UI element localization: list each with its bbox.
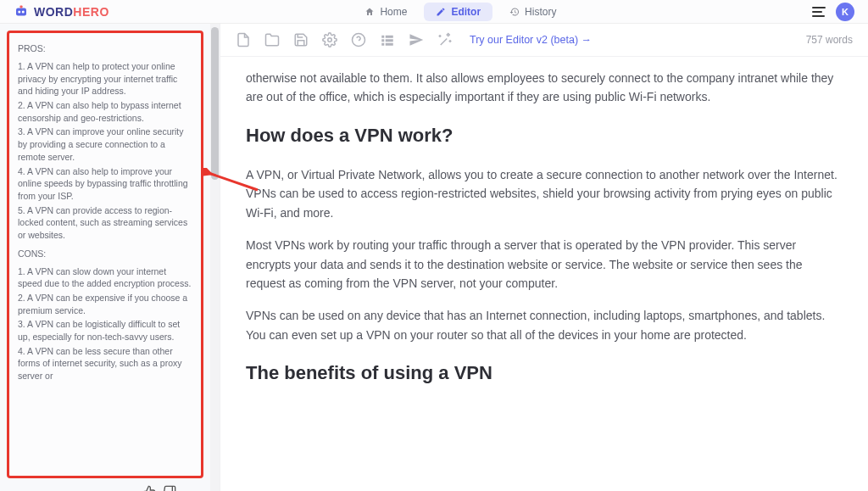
article-heading: How does a VPN work?: [246, 120, 843, 150]
list-item: 5. A VPN can provide access to region-lo…: [18, 204, 192, 242]
article-paragraph: VPNs can be used on any device that has …: [246, 306, 843, 344]
list-icon[interactable]: [380, 32, 395, 47]
brand-word: WORD: [34, 5, 73, 19]
svg-point-6: [328, 38, 332, 42]
feedback-buttons: [7, 485, 203, 491]
send-icon[interactable]: [409, 32, 424, 47]
list-item: 4. A VPN can be less secure than other f…: [18, 345, 192, 382]
thumbs-down-icon[interactable]: [163, 485, 176, 491]
word-count: 757 words: [806, 34, 853, 46]
brand-hero: HERO: [73, 5, 108, 19]
magic-wand-icon[interactable]: [437, 32, 453, 47]
help-icon[interactable]: [351, 32, 366, 47]
nav-home[interactable]: Home: [353, 3, 419, 21]
article-paragraph: Most VPNs work by routing your traffic t…: [246, 236, 843, 293]
svg-point-1: [18, 10, 20, 13]
right-controls: K: [812, 3, 854, 21]
svg-point-2: [22, 10, 25, 13]
list-item: 1. A VPN can help to protect your online…: [18, 60, 192, 98]
scrollbar-thumb[interactable]: [211, 27, 219, 180]
svg-rect-10: [386, 36, 393, 38]
history-icon: [509, 7, 520, 17]
svg-rect-12: [386, 39, 393, 42]
brand-logo[interactable]: WORDHERO: [14, 4, 109, 20]
nav-history-label: History: [525, 6, 556, 18]
svg-rect-13: [381, 43, 384, 46]
editor-toolbar: Try our Editor v2 (beta) → 757 words: [220, 24, 868, 57]
nav-history[interactable]: History: [498, 3, 568, 21]
new-file-icon[interactable]: [236, 32, 251, 47]
toolbar-write-group: [380, 32, 453, 47]
open-folder-icon[interactable]: [264, 32, 280, 47]
nav-editor-label: Editor: [451, 6, 481, 18]
pencil-icon: [436, 7, 446, 17]
article-paragraph: otherwise not available to them. It also…: [246, 69, 843, 107]
list-item: 3. A VPN can be logistically difficult t…: [18, 318, 192, 343]
sidebar-scrollbar[interactable]: [210, 24, 220, 491]
user-avatar[interactable]: K: [836, 3, 854, 21]
list-item: 2. A VPN can also help to bypass interne…: [18, 99, 192, 124]
nav-home-label: Home: [380, 6, 407, 18]
list-item: 3. A VPN can improve your online securit…: [18, 126, 192, 163]
sidebar: PROS: 1. A VPN can help to protect your …: [0, 24, 210, 491]
article-heading: The benefits of using a VPN: [246, 358, 843, 388]
nav-editor[interactable]: Editor: [424, 3, 492, 21]
top-bar: WORDHERO Home Editor History K: [0, 0, 868, 24]
list-item: 1. A VPN can slow down your internet spe…: [18, 265, 192, 290]
cons-list: 1. A VPN can slow down your internet spe…: [18, 265, 192, 382]
pros-list: 1. A VPN can help to protect your online…: [18, 60, 192, 242]
list-item: 4. A VPN can also help to improve your o…: [18, 165, 192, 203]
svg-rect-11: [381, 39, 384, 42]
editor-panel: Try our Editor v2 (beta) → 757 words oth…: [220, 24, 868, 491]
list-item: 2. A VPN can be expensive if you choose …: [18, 292, 192, 316]
pros-heading: PROS:: [18, 43, 192, 53]
article-content[interactable]: otherwise not available to them. It also…: [220, 57, 868, 420]
try-editor-v2-link[interactable]: Try our Editor v2 (beta) →: [470, 34, 592, 46]
main-nav: Home Editor History: [353, 3, 568, 21]
gear-icon[interactable]: [322, 32, 337, 47]
wordhero-robot-icon: [14, 4, 29, 20]
thumbs-up-icon[interactable]: [142, 485, 156, 491]
avatar-initial: K: [842, 7, 849, 17]
menu-toggle[interactable]: [812, 7, 826, 17]
cons-heading: CONS:: [18, 248, 192, 259]
svg-rect-9: [381, 36, 384, 38]
toolbar-file-group: [236, 32, 366, 47]
article-paragraph: A VPN, or Virtual Private Network, allow…: [246, 165, 843, 222]
main-area: PROS: 1. A VPN can help to protect your …: [0, 24, 868, 491]
svg-rect-3: [20, 5, 23, 8]
home-icon: [364, 7, 375, 17]
generated-output-panel: PROS: 1. A VPN can help to protect your …: [7, 31, 203, 478]
save-icon[interactable]: [293, 32, 309, 47]
svg-rect-0: [16, 8, 26, 15]
svg-rect-14: [386, 43, 393, 46]
